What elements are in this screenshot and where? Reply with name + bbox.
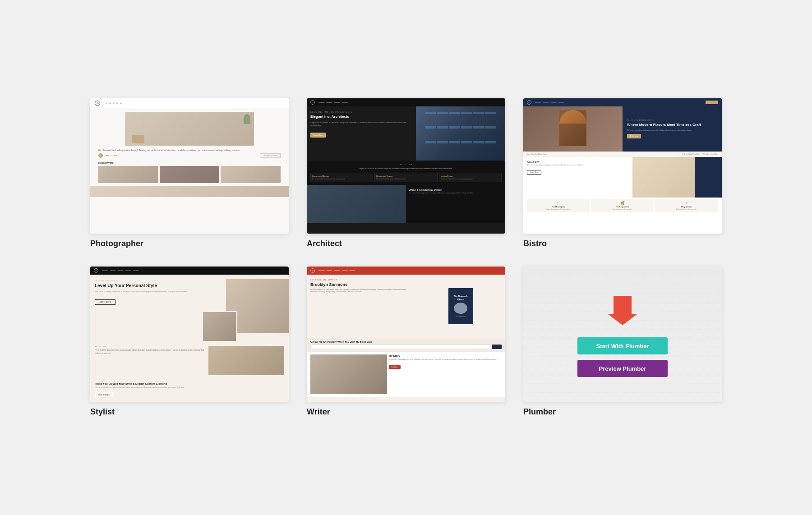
writer-email-input[interactable] xyxy=(310,345,490,349)
bistro-about: About Divi We combine timeless cooking p… xyxy=(523,157,722,198)
nav-link xyxy=(543,102,549,103)
window xyxy=(425,141,437,143)
template-card-architect[interactable]: ⊙ ELEGANT INC. DESIGN STUDIO Elegant Inc… xyxy=(307,98,505,248)
template-card-bistro[interactable]: ⊙ WHERE FLAVORS UNITE Where Moder xyxy=(523,98,722,248)
book-title: The Monarch Effect xyxy=(451,295,471,301)
stylist-about-desc: I'm a fashion designer who is passionate… xyxy=(95,349,205,355)
architect-lower: Urban & Commercial Design Our commercial… xyxy=(307,185,505,223)
photographer-portfolio-btn: Photography Portfolio xyxy=(260,153,281,158)
architect-nav-links xyxy=(318,102,348,103)
template-card-stylist[interactable]: ⊙ Fashion Stylist Level Up Your Personal… xyxy=(90,267,289,417)
nav-link xyxy=(318,102,325,103)
nav-link xyxy=(535,102,541,103)
bistro-nav-btn xyxy=(706,101,718,104)
service-desc: Our interior design solutions create spa… xyxy=(441,178,500,180)
nav-dot xyxy=(109,102,111,104)
author-avatar xyxy=(98,153,103,158)
nav-dot xyxy=(106,102,107,104)
nav-link xyxy=(125,270,131,271)
window xyxy=(485,126,497,129)
writer-preview[interactable]: ⊙ BEST SELLING AUTHOR Brooklyn Simmons B… xyxy=(307,267,505,402)
feature-desc-3: Chef curated menu changes daily... xyxy=(657,208,716,210)
writer-book-club: Get a Free Short Story When You Join My … xyxy=(307,338,505,352)
window xyxy=(473,126,484,129)
photographer-footer-img xyxy=(90,186,289,197)
book-cover: The Monarch Effect B.B. Simmons xyxy=(448,288,473,324)
bistro-about-title: About Divi xyxy=(527,161,629,163)
architect-desc: Elegant Inc. Architects is a premium des… xyxy=(310,121,412,127)
view-brands-btn[interactable]: VIEW BRANDS xyxy=(95,393,113,397)
bistro-cta-btn[interactable]: Order Now xyxy=(627,134,641,138)
window xyxy=(437,141,448,143)
stylist-logo: ⊙ xyxy=(94,268,98,273)
window xyxy=(437,126,448,129)
bistro-desc: We combine timeless cooking principles w… xyxy=(627,129,717,132)
bistro-preview[interactable]: ⊙ WHERE FLAVORS UNITE Where Moder xyxy=(523,98,722,234)
window xyxy=(425,126,437,129)
building-illustration xyxy=(416,106,505,161)
architect-lower-desc: Our commercial designs are innovative an… xyxy=(409,192,503,194)
stylist-label: Stylist xyxy=(90,407,289,417)
writer-logo: ⊙ xyxy=(310,268,315,273)
bistro-sub-label: WHERE FLAVORS UNITE xyxy=(627,120,717,121)
stylist-nav-links xyxy=(102,270,139,271)
food-icon: 🍴 xyxy=(529,201,588,205)
writer-email-row xyxy=(310,345,502,349)
bistro-label: Bistro xyxy=(523,239,722,248)
nav-link xyxy=(133,270,139,271)
stylist-cta-title: I Help You Elevate Your Style & Design C… xyxy=(95,382,284,385)
bistro-feature-food: 🍴 Food Reimagined Creative dishes that p… xyxy=(527,199,590,212)
bistro-logo: ⊙ xyxy=(527,100,531,105)
gallery-item-2 xyxy=(160,166,220,183)
bistro-accent-bar xyxy=(695,157,722,198)
bread-loaf xyxy=(559,110,586,146)
svg-marker-0 xyxy=(608,296,637,325)
writer-label: Writer xyxy=(307,407,505,417)
architect-building-img xyxy=(416,106,505,161)
weekday-label: Weekdays 9am-11pm xyxy=(703,153,718,155)
photographer-nav: ⊙ xyxy=(90,98,289,108)
template-card-writer[interactable]: ⊙ BEST SELLING AUTHOR Brooklyn Simmons B… xyxy=(307,267,505,417)
window xyxy=(485,141,497,143)
bistro-about-btn[interactable]: Learn More xyxy=(527,170,541,175)
stylist-cta-btn[interactable]: Learn More xyxy=(95,299,115,305)
photographer-recent-work-title: Recent Work xyxy=(90,160,289,165)
bistro-hero: WHERE FLAVORS UNITE Where Modern Flavors… xyxy=(523,106,722,152)
writer-club-title: Get a Free Short Story When You Join My … xyxy=(310,340,502,344)
writer-hero: BEST SELLING AUTHOR Brooklyn Simmons Bro… xyxy=(307,275,505,338)
stylist-about-text: ABOUT ME I'm a fashion designer who is p… xyxy=(95,346,205,355)
architect-cta-btn[interactable]: Learn More xyxy=(310,133,326,138)
photographer-hero-img xyxy=(125,112,254,146)
architect-lower-title: Urban & Commercial Design xyxy=(409,189,503,191)
architect-nav: ⊙ xyxy=(307,98,505,106)
stylist-hero: Fashion Stylist Level Up Your Personal S… xyxy=(90,275,289,342)
stylist-preview[interactable]: ⊙ Fashion Stylist Level Up Your Personal… xyxy=(90,267,289,402)
preview-plumber-button[interactable]: Preview Plumber xyxy=(577,360,668,377)
photographer-preview[interactable]: ⊙ I'm obsessed with telling stories thro… xyxy=(90,98,289,234)
stylist-label-tag: Fashion Stylist xyxy=(95,280,195,282)
architect-preview[interactable]: ⊙ ELEGANT INC. DESIGN STUDIO Elegant Inc… xyxy=(307,98,505,234)
window xyxy=(485,112,497,114)
bistro-nav-links xyxy=(535,102,564,103)
start-with-plumber-button[interactable]: Start With Plumber xyxy=(577,337,668,354)
writer-author-name: Brooklyn Simmons xyxy=(310,282,412,287)
template-card-photographer[interactable]: ⊙ I'm obsessed with telling stories thro… xyxy=(90,98,289,248)
writer-read-more-btn[interactable]: Read More xyxy=(389,365,401,369)
photographer-name: Hello! I'm Olivia xyxy=(105,154,117,156)
nav-link xyxy=(334,102,340,103)
architect-about-label: ABOUT US xyxy=(310,163,502,166)
plumber-label: Plumber xyxy=(523,407,722,417)
plant-icon xyxy=(244,114,250,124)
template-card-plumber[interactable]: Start With Plumber Preview Plumber Plumb… xyxy=(523,267,722,417)
nav-link xyxy=(334,270,340,271)
architect-services: Commercial Design Our commercial designs… xyxy=(310,173,502,182)
window xyxy=(461,112,472,114)
bistro-main-title: Where Modern Flavors Meet Timeless Craft xyxy=(627,123,717,127)
nav-link xyxy=(117,270,124,271)
architect-hero: ELEGANT INC. DESIGN STUDIO Elegant Inc. … xyxy=(307,106,505,161)
service-desc: Our commercial designs are innovative an… xyxy=(312,178,371,180)
writer-nav-links xyxy=(318,270,355,271)
stylist-accent-img xyxy=(202,311,237,342)
building-windows xyxy=(425,112,496,155)
writer-submit-btn[interactable] xyxy=(492,345,502,349)
